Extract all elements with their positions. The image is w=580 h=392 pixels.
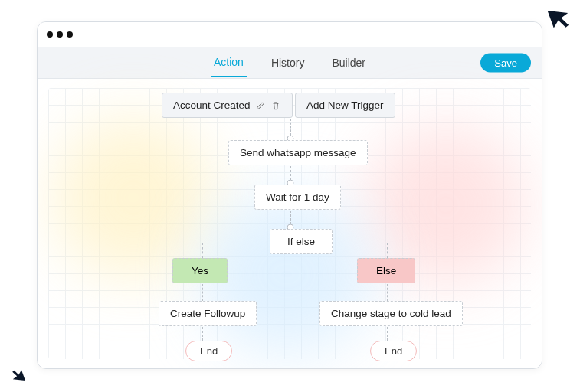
connector <box>312 243 387 243</box>
step-wait[interactable]: Wait for 1 day <box>254 185 341 210</box>
connector <box>387 284 388 301</box>
branch-else[interactable]: Else <box>357 258 415 283</box>
end-node-left[interactable]: End <box>185 341 232 361</box>
tab-builder[interactable]: Builder <box>329 49 369 77</box>
action-create-followup[interactable]: Create Followup <box>159 301 257 326</box>
window-dot-icon <box>67 31 73 38</box>
connector <box>290 166 291 180</box>
delete-icon[interactable] <box>270 100 281 111</box>
cursor-decoration-icon <box>7 365 28 387</box>
step-label: If else <box>287 236 315 247</box>
connector <box>387 243 388 258</box>
connector <box>290 119 291 136</box>
step-label: Send whatsapp message <box>240 147 356 158</box>
connector <box>290 211 291 224</box>
branch-yes[interactable]: Yes <box>172 258 228 283</box>
edit-icon[interactable] <box>255 100 266 111</box>
connector <box>202 327 203 341</box>
trigger-node[interactable]: Account Created <box>162 93 293 118</box>
app-window: Action History Builder Save Account Crea… <box>37 21 542 369</box>
action-label: Create Followup <box>170 308 245 319</box>
tab-history[interactable]: History <box>268 49 308 77</box>
step-send-whatsapp[interactable]: Send whatsapp message <box>228 140 368 165</box>
cursor-decoration-icon <box>542 1 578 36</box>
bg-blob-yellow <box>53 117 214 278</box>
connector <box>202 243 270 243</box>
connector <box>387 327 388 341</box>
add-trigger-button[interactable]: Add New Trigger <box>295 93 395 118</box>
tab-action[interactable]: Action <box>211 48 247 77</box>
tab-bar: Action History Builder Save <box>38 47 542 79</box>
window-dot-icon <box>57 31 63 38</box>
window-dot-icon <box>47 31 53 38</box>
action-label: Change stage to cold lead <box>331 308 451 319</box>
add-trigger-label: Add New Trigger <box>306 100 384 111</box>
step-if-else[interactable]: If else <box>270 229 333 254</box>
window-titlebar <box>38 22 542 47</box>
end-node-right[interactable]: End <box>370 341 417 361</box>
workflow-canvas[interactable]: Account Created Add New Trigger Send wha… <box>38 79 542 368</box>
connector <box>202 284 203 301</box>
step-label: Wait for 1 day <box>266 191 329 203</box>
trigger-label: Account Created <box>173 100 251 111</box>
action-change-stage[interactable]: Change stage to cold lead <box>319 301 463 326</box>
connector <box>202 243 203 258</box>
save-button[interactable]: Save <box>480 53 531 72</box>
